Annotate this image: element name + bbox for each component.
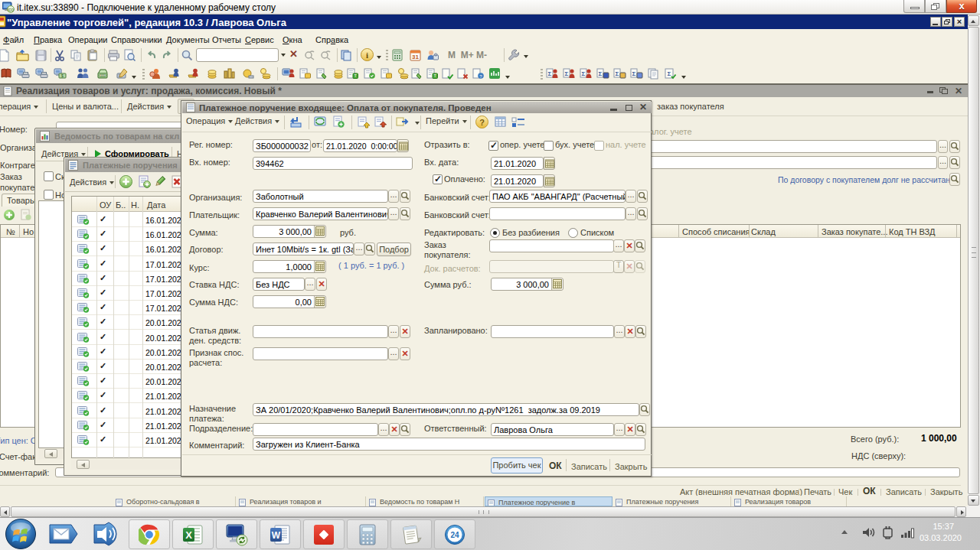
svg-text:Σ: Σ (582, 70, 586, 77)
svg-text:$$$: $$$ (100, 74, 105, 77)
svg-text:X: X (185, 529, 192, 541)
svg-text:Σ: Σ (599, 70, 603, 77)
svg-text:ico: ico (8, 7, 15, 12)
svg-text:$: $ (61, 73, 64, 78)
svg-text:24: 24 (450, 531, 459, 539)
svg-text:Σ: Σ (548, 70, 552, 77)
svg-text:Σ: Σ (565, 70, 569, 77)
svg-text:Σ: Σ (668, 70, 671, 77)
svg-text:?: ? (479, 118, 485, 127)
svg-text:Σ: Σ (632, 70, 636, 77)
svg-text:W: W (272, 530, 281, 541)
svg-text:31: 31 (412, 54, 419, 60)
svg-text:i: i (366, 50, 368, 60)
svg-text:Σ: Σ (616, 70, 619, 77)
